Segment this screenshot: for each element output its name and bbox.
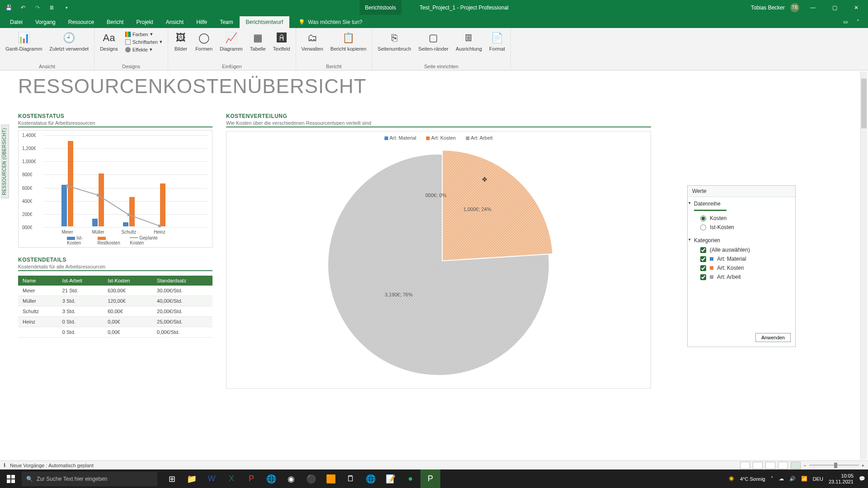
panel-group-kategorien[interactable]: Kategorien	[694, 235, 789, 245]
svg-rect-2	[127, 213, 130, 216]
textbox-button[interactable]: 🅰Textfeld	[271, 30, 292, 52]
recent-button[interactable]: 🕘Zuletzt verwendet	[47, 30, 90, 52]
task-view-icon[interactable]: ⊞	[162, 469, 182, 488]
pageformat-icon: 📄	[490, 31, 505, 45]
spotify-icon[interactable]: ●	[401, 469, 420, 488]
zoom-in-button[interactable]: +	[862, 463, 864, 468]
table-button[interactable]: ▦Tabelle	[248, 30, 268, 52]
designs-button[interactable]: AaDesigns	[98, 30, 120, 52]
svg-rect-8	[7, 479, 10, 483]
margins-button[interactable]: ▢Seiten-ränder	[416, 30, 450, 52]
apply-button[interactable]: Anwenden	[755, 333, 791, 342]
bar-chart[interactable]: 000€200€400€600€800€1,000€1,200€1,400€Me…	[18, 130, 212, 248]
clock[interactable]: 10:05 23.11.2021	[829, 473, 854, 484]
gantt-chart-button[interactable]: 📊Gantt-Diagramm	[4, 30, 44, 52]
svg-rect-3	[158, 225, 161, 227]
vertical-scrollbar[interactable]	[860, 71, 867, 460]
view-btn-4[interactable]	[778, 462, 788, 469]
app-icon-4[interactable]: 📝	[381, 469, 401, 488]
pictures-button[interactable]: 🖼Bilder	[172, 30, 190, 52]
check-kosten[interactable]: Art: Kosten	[694, 263, 789, 272]
view-btn-5[interactable]	[791, 462, 801, 469]
shapes-icon: ◯	[197, 31, 211, 45]
textbox-icon: 🅰	[274, 31, 289, 45]
lightbulb-icon: 💡	[298, 19, 305, 25]
tab-team[interactable]: Team	[213, 16, 239, 28]
ribbon-display-icon[interactable]: ▭	[839, 15, 852, 28]
chrome-icon[interactable]: ◉	[281, 469, 301, 488]
ribbon-tabs: Datei Vorgang Ressource Bericht Projekt …	[0, 15, 868, 28]
tab-datei[interactable]: Datei	[4, 16, 29, 28]
radio-istkosten[interactable]: Ist-Kosten	[694, 223, 789, 232]
view-btn-2[interactable]	[753, 462, 763, 469]
taskbar-search[interactable]: 🔍 Zur Suche Text hier eingeben	[22, 472, 157, 486]
minimize-button[interactable]: —	[805, 0, 821, 15]
tell-me-search[interactable]: 💡 Was möchten Sie tun?	[298, 19, 362, 28]
volume-icon[interactable]: 🔊	[789, 476, 796, 482]
project-icon[interactable]: P	[420, 469, 440, 488]
check-material[interactable]: Art: Material	[694, 254, 789, 263]
weather-text[interactable]: 4°C Sonnig	[740, 476, 765, 482]
tab-hilfe[interactable]: Hilfe	[190, 16, 213, 28]
tab-projekt[interactable]: Projekt	[130, 16, 159, 28]
fonts-button[interactable]: Schriftarten ▾	[123, 38, 164, 45]
user-avatar[interactable]: TB	[790, 3, 799, 12]
orientation-button[interactable]: 🗏Ausrichtung	[454, 30, 484, 52]
start-button[interactable]	[0, 469, 22, 488]
qat-more-icon[interactable]: ▾	[62, 4, 71, 12]
undo-icon[interactable]: ↶	[19, 4, 27, 12]
svg-rect-9	[11, 479, 15, 483]
effects-button[interactable]: Effekte ▾	[123, 46, 164, 53]
tab-berichtsentwurf[interactable]: Berichtsentwurf	[240, 16, 290, 28]
tab-ressource[interactable]: Ressource	[62, 16, 100, 28]
explorer-icon[interactable]: 📁	[182, 469, 202, 488]
tab-bericht[interactable]: Bericht	[100, 16, 130, 28]
font-icon	[125, 39, 131, 45]
app-icon-1[interactable]: 🟧	[321, 469, 341, 488]
doc-icon[interactable]: 🗎	[48, 4, 56, 12]
vertical-tab[interactable]: RESSOURCEN (ÜBERSICHT)	[1, 125, 9, 198]
powerpoint-icon[interactable]: P	[241, 469, 261, 488]
scroll-thumb[interactable]	[861, 79, 867, 128]
excel-icon[interactable]: X	[222, 469, 241, 488]
panel-group-datenreihe[interactable]: Datenreihe	[694, 199, 789, 209]
redo-icon[interactable]: ↷	[33, 4, 42, 12]
manage-button[interactable]: 🗂Verwalten	[300, 30, 325, 52]
collapse-ribbon-icon[interactable]: ˄	[852, 15, 864, 28]
pagebreak-button[interactable]: ⎘Seitenumbruch	[376, 30, 413, 52]
status-title: KOSTENSTATUS	[18, 113, 212, 119]
pageformat-button[interactable]: 📄Format	[487, 30, 507, 52]
copy-report-button[interactable]: 📋Bericht kopieren	[329, 30, 368, 52]
app-icon-3[interactable]: 🌐	[361, 469, 381, 488]
zoom-out-button[interactable]: −	[803, 463, 806, 468]
tab-vorgang[interactable]: Vorgang	[29, 16, 62, 28]
save-icon[interactable]: 💾	[5, 4, 13, 12]
language-indicator[interactable]: DEU	[813, 476, 823, 482]
radio-kosten[interactable]: Kosten	[694, 214, 789, 223]
gantt-icon: 📊	[17, 31, 31, 45]
word-icon[interactable]: W	[202, 469, 222, 488]
check-arbeit[interactable]: Art: Arbeit	[694, 272, 789, 282]
wifi-icon[interactable]: 📶	[801, 476, 807, 482]
cloud-icon[interactable]: ☁	[779, 476, 784, 482]
maximize-button[interactable]: ▢	[826, 0, 843, 15]
view-btn-3[interactable]	[765, 462, 775, 469]
pie-chart[interactable]: Art: Material Art: Kosten Art: Arbeit	[226, 131, 651, 389]
check-all[interactable]: (Alle auswählen)	[694, 245, 789, 254]
obs-icon[interactable]: ⚫	[301, 469, 321, 488]
status-subtitle: Kostenstatus für Arbeitsressourcen	[18, 120, 212, 126]
group-seite-label: Seite einrichten	[376, 64, 507, 69]
pagebreak-icon: ⎘	[387, 31, 401, 45]
zoom-slider[interactable]	[809, 465, 859, 466]
close-button[interactable]: ✕	[848, 0, 864, 15]
weather-icon[interactable]: ☀️	[728, 476, 735, 482]
chart-button[interactable]: 📈Diagramm	[218, 30, 245, 52]
view-btn-1[interactable]	[740, 462, 750, 469]
tab-ansicht[interactable]: Ansicht	[160, 16, 190, 28]
notifications-icon[interactable]: 💬	[859, 476, 865, 482]
edge-icon[interactable]: 🌐	[261, 469, 281, 488]
colors-button[interactable]: Farben ▾	[123, 31, 164, 38]
shapes-button[interactable]: ◯Formen	[193, 30, 214, 52]
tray-chevron-icon[interactable]: ˄	[771, 476, 774, 482]
app-icon-2[interactable]: 🗒	[341, 469, 361, 488]
